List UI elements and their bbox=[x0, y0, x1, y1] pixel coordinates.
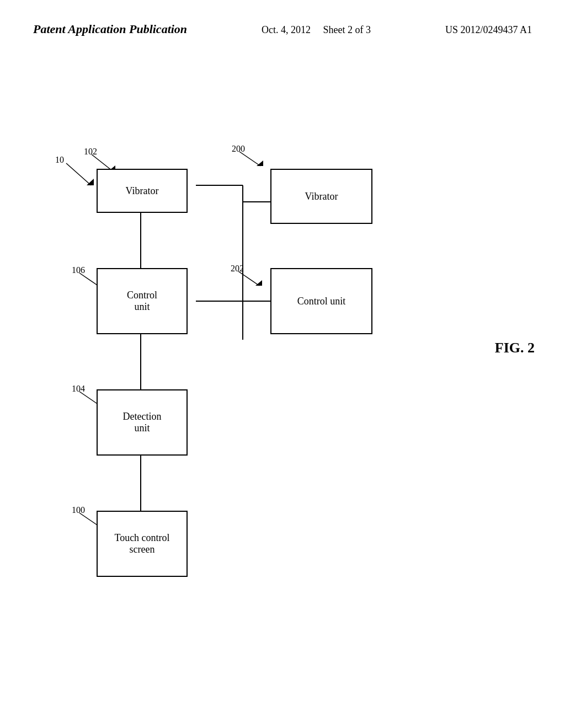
svg-marker-18 bbox=[255, 280, 262, 286]
page-header: Patent Application Publication Oct. 4, 2… bbox=[0, 0, 565, 47]
vibrator1-box: Vibrator bbox=[97, 169, 188, 213]
ref-200-arrow bbox=[238, 151, 266, 172]
control-unit-box: Control unit bbox=[97, 268, 188, 334]
svg-line-13 bbox=[239, 152, 260, 166]
vibrator3-box: Control unit bbox=[270, 268, 372, 334]
publication-title: Patent Application Publication bbox=[33, 22, 187, 36]
svg-line-17 bbox=[238, 271, 259, 286]
system-ref-label: 10 bbox=[55, 155, 64, 165]
svg-marker-14 bbox=[257, 160, 263, 166]
figure-label: FIG. 2 bbox=[495, 340, 535, 356]
publication-number: US 2012/0249437 A1 bbox=[445, 24, 532, 36]
ref-202-arrow bbox=[237, 270, 265, 291]
publication-date: Oct. 4, 2012 Sheet 2 of 3 bbox=[262, 24, 371, 36]
detection-unit-box: Detection unit bbox=[97, 389, 188, 456]
touch-screen-box: Touch control screen bbox=[97, 511, 188, 577]
vibrator2-box: Vibrator bbox=[270, 169, 372, 224]
svg-line-9 bbox=[66, 163, 91, 185]
patent-diagram: 10 102 Vibrator 200 Vibrator 106 Control… bbox=[0, 53, 565, 715]
